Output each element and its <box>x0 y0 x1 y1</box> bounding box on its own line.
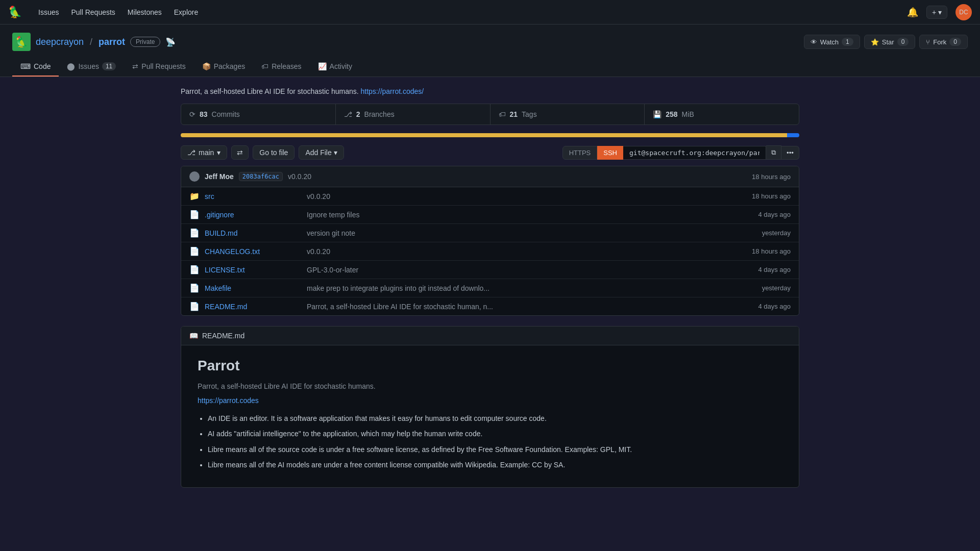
notification-icon[interactable]: 🔔 <box>907 7 918 18</box>
readme-link[interactable]: https://parrot.codes <box>198 396 259 405</box>
file-row: 📄 README.md Parrot, a self-hosted Libre … <box>181 297 799 315</box>
readme-body: Parrot Parrot, a self-hosted Libre AI ID… <box>181 345 799 487</box>
repo-owner-link[interactable]: deepcrayon <box>36 37 84 47</box>
file-link[interactable]: README.md <box>205 303 307 311</box>
size-label: MiB <box>682 110 694 118</box>
size-num: 258 <box>666 110 677 118</box>
file-commit-message: GPL-3.0-or-later <box>307 266 729 274</box>
file-time: 4 days ago <box>729 266 791 273</box>
readme-list: An IDE is an editor. It is a software ap… <box>208 413 782 471</box>
file-list-header: Jeff Moe 2083af6cac v0.0.20 18 hours ago <box>181 166 799 187</box>
branch-selector[interactable]: ⎇ main ▾ <box>181 145 227 160</box>
file-link[interactable]: CHANGELOG.txt <box>205 247 307 256</box>
private-badge: Private <box>130 37 160 47</box>
file-link[interactable]: LICENSE.txt <box>205 266 307 274</box>
folder-icon: 📁 <box>189 191 200 201</box>
site-logo[interactable]: 🦜 <box>8 6 22 19</box>
goto-file-button[interactable]: Go to file <box>253 145 295 160</box>
repo-owner-avatar: 🦜 <box>12 33 31 51</box>
commits-icon: ⟳ <box>189 110 195 118</box>
commit-hash[interactable]: 2083af6cac <box>239 172 283 181</box>
file-commit-message: Parrot, a self-hosted Libre AI IDE for s… <box>307 303 729 311</box>
clone-copy-button[interactable]: ⧉ <box>766 145 781 160</box>
watch-button[interactable]: 👁 Watch 1 <box>804 35 860 49</box>
file-commit-message: v0.0.20 <box>307 192 729 201</box>
file-row: 📄 CHANGELOG.txt v0.0.20 18 hours ago <box>181 242 799 261</box>
file-link[interactable]: .gitignore <box>205 211 307 219</box>
readme-section: 📖 README.md Parrot Parrot, a self-hosted… <box>181 326 799 488</box>
file-time: yesterday <box>729 229 791 237</box>
tags-stat[interactable]: 🏷 21 Tags <box>491 104 645 124</box>
list-item: Libre means all of the source code is un… <box>208 444 782 455</box>
clone-url-input[interactable] <box>623 146 766 160</box>
file-time: yesterday <box>729 284 791 292</box>
file-icon: 📄 <box>189 302 200 311</box>
create-new-button[interactable]: + ▾ <box>926 6 947 19</box>
file-commit-message: version git note <box>307 229 729 237</box>
file-icon: 📄 <box>189 283 200 293</box>
file-link[interactable]: src <box>205 192 307 201</box>
add-file-button[interactable]: Add File ▾ <box>299 145 344 160</box>
clone-area: HTTPS SSH ⧉ ••• <box>562 145 799 160</box>
clone-https-tab[interactable]: HTTPS <box>562 146 598 160</box>
issue-icon: ⬤ <box>67 62 75 70</box>
commits-label: Commits <box>212 110 240 118</box>
file-link[interactable]: BUILD.md <box>205 229 307 237</box>
file-link[interactable]: Makefile <box>205 284 307 292</box>
commit-time: 18 hours ago <box>752 173 791 181</box>
branches-icon: ⎇ <box>344 110 352 118</box>
watch-count: 1 <box>842 38 853 46</box>
activity-icon: 📈 <box>318 62 327 70</box>
branches-stat[interactable]: ⎇ 2 Branches <box>336 104 491 124</box>
branches-count: 2 <box>356 110 360 118</box>
tab-releases[interactable]: 🏷 Releases <box>253 57 309 77</box>
language-bar <box>181 133 799 137</box>
list-item: Libre means all of the AI models are und… <box>208 459 782 470</box>
readme-book-icon: 📖 <box>189 332 198 340</box>
file-row: 📁 src v0.0.20 18 hours ago <box>181 187 799 206</box>
tab-activity[interactable]: 📈 Activity <box>310 57 360 77</box>
file-icon: 📄 <box>189 246 200 256</box>
tab-packages[interactable]: 📦 Packages <box>194 57 253 77</box>
nav-issues[interactable]: Issues <box>38 8 59 16</box>
repo-name-link[interactable]: parrot <box>99 37 125 47</box>
packages-icon: 📦 <box>202 62 211 70</box>
file-commit-message: make prep to integrate plugins into git … <box>307 284 729 292</box>
nav-pull-requests[interactable]: Pull Requests <box>71 8 115 16</box>
tags-icon: 🏷 <box>499 110 506 118</box>
nav-milestones[interactable]: Milestones <box>128 8 162 16</box>
file-row: 📄 LICENSE.txt GPL-3.0-or-later 4 days ag… <box>181 261 799 279</box>
list-item: AI adds "artificial intelligence" to the… <box>208 428 782 439</box>
file-row: 📄 BUILD.md version git note yesterday <box>181 224 799 242</box>
tab-issues[interactable]: ⬤ Issues 11 <box>59 57 124 77</box>
compare-branches-button[interactable]: ⇄ <box>231 145 249 160</box>
commits-count: 83 <box>200 110 208 118</box>
file-icon: 📄 <box>189 265 200 274</box>
readme-header: 📖 README.md <box>181 327 799 345</box>
readme-subtitle: Parrot, a self-hosted Libre AI IDE for s… <box>198 382 782 390</box>
size-icon: 💾 <box>653 110 662 118</box>
star-count: 0 <box>897 38 909 46</box>
repo-separator: / <box>90 37 92 47</box>
star-button[interactable]: ⭐ Star 0 <box>864 35 916 49</box>
file-time: 4 days ago <box>729 303 791 310</box>
clone-ssh-tab[interactable]: SSH <box>597 146 623 160</box>
repo-tabs: ⌨ Code ⬤ Issues 11 ⇄ Pull Requests 📦 Pac… <box>12 57 968 77</box>
commits-stat[interactable]: ⟳ 83 Commits <box>181 104 336 124</box>
rss-icon[interactable]: 📡 <box>165 37 176 47</box>
file-row: 📄 Makefile make prep to integrate plugin… <box>181 279 799 297</box>
avatar[interactable]: DC <box>955 4 972 20</box>
file-list: Jeff Moe 2083af6cac v0.0.20 18 hours ago… <box>181 166 799 316</box>
file-time: 4 days ago <box>729 211 791 218</box>
fork-button[interactable]: ⑂ Fork 0 <box>919 35 968 49</box>
repo-title-row: 🦜 deepcrayon / parrot Private 📡 👁 Watch … <box>12 33 968 51</box>
chevron-down-icon: ▾ <box>217 148 220 157</box>
nav-explore[interactable]: Explore <box>174 8 198 16</box>
file-time: 18 hours ago <box>729 247 791 255</box>
tab-code[interactable]: ⌨ Code <box>12 57 59 77</box>
tab-pull-requests[interactable]: ⇄ Pull Requests <box>124 57 193 77</box>
stats-bar: ⟳ 83 Commits ⎇ 2 Branches 🏷 21 Tags 💾 25… <box>181 104 799 125</box>
repo-website-link[interactable]: https://parrot.codes/ <box>361 87 424 95</box>
eye-icon: 👁 <box>811 38 817 46</box>
clone-more-button[interactable]: ••• <box>781 146 799 160</box>
